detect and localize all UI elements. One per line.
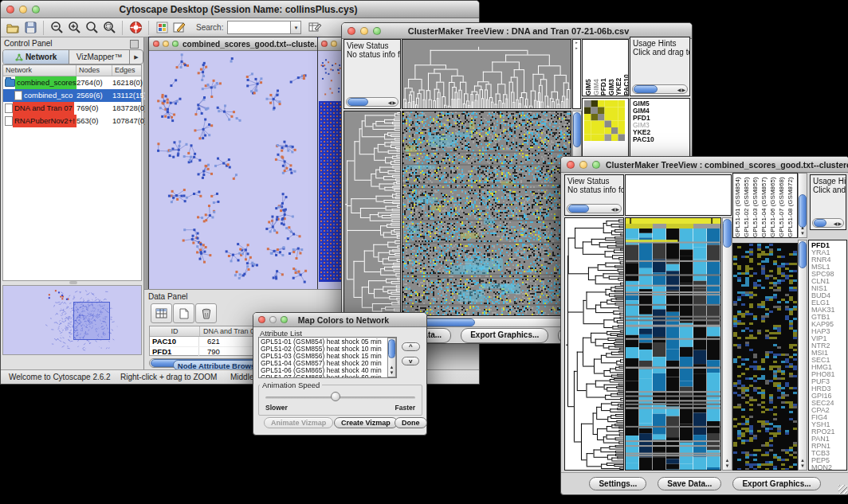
- attribute-table-icon[interactable]: [151, 303, 172, 323]
- new-attribute-icon[interactable]: [173, 303, 194, 323]
- attribute-list-item[interactable]: GPL51-07 (GSM868) heat shock 60 min: [259, 374, 396, 378]
- save-data-button[interactable]: Save Data...: [658, 477, 721, 490]
- minimize-button[interactable]: [163, 41, 169, 47]
- search-input[interactable]: ▼: [227, 21, 301, 34]
- tv1-column-label: PAC10: [623, 41, 630, 96]
- tv1-heatmap[interactable]: [402, 111, 571, 316]
- tv1-scroll-strip[interactable]: ▸▸: [572, 39, 581, 109]
- col-nodes[interactable]: Nodes: [77, 65, 112, 76]
- network-table-row[interactable]: combined_sco2569(6)13112(15): [3, 89, 141, 102]
- zoom-selected-icon[interactable]: [100, 19, 118, 37]
- tv2-usage-hscrollbar[interactable]: ◀▶: [812, 218, 844, 228]
- network-list: Network Nodes Edges combined_scores2764(…: [2, 64, 142, 281]
- tv2-collabel-vscrollbar[interactable]: ▲▼: [798, 173, 807, 238]
- network-table-row[interactable]: combined_scores2764(0)16218(0): [3, 76, 141, 89]
- network-overview[interactable]: [2, 285, 142, 355]
- tv2-gene-vscrollbar[interactable]: ▲▼: [798, 240, 807, 471]
- close-button[interactable]: [321, 41, 328, 47]
- col-network[interactable]: Network: [3, 65, 77, 76]
- tab-network[interactable]: Network: [3, 50, 69, 64]
- zoom-button[interactable]: [373, 27, 381, 35]
- data-panel-title: Data Panel: [148, 292, 187, 301]
- animate-vizmap-button[interactable]: Animate Vizmap: [264, 417, 333, 428]
- minimize-button[interactable]: [269, 316, 277, 323]
- minimize-button[interactable]: [19, 6, 27, 14]
- search-dropdown-arrow[interactable]: ▼: [290, 21, 301, 34]
- attribute-list-vscrollbar[interactable]: ▲▼: [387, 338, 396, 377]
- network-canvas-2[interactable]: [318, 51, 342, 288]
- tv1-row-dendrogram[interactable]: [344, 111, 401, 316]
- tv1-usage-hscrollbar[interactable]: ◀▶: [632, 84, 688, 94]
- treeview2-titlebar[interactable]: ClusterMaker TreeView : combined_scores_…: [561, 157, 848, 173]
- open-folder-icon[interactable]: [4, 19, 22, 37]
- tv1-column-label: GIM3: [608, 41, 615, 96]
- resize-grip[interactable]: [838, 485, 847, 494]
- move-up-button[interactable]: ^: [402, 342, 420, 351]
- zoom-button[interactable]: [592, 161, 600, 169]
- zoom-button[interactable]: [32, 6, 40, 14]
- speed-slider-thumb[interactable]: [331, 392, 340, 401]
- minimize-button[interactable]: [360, 27, 368, 35]
- search-label: Search:: [196, 23, 223, 32]
- file-icon: [14, 91, 22, 100]
- desktop: Cytoscape Desktop (Session Name: collins…: [0, 0, 848, 504]
- nodes-count: 2569(6): [77, 89, 112, 102]
- tv1-row-label: PAC10: [633, 136, 689, 143]
- close-button[interactable]: [347, 27, 355, 35]
- tv1-status-hscrollbar[interactable]: ◀▶: [346, 97, 398, 107]
- minimize-button[interactable]: [579, 161, 587, 169]
- zoom-in-icon[interactable]: [65, 19, 83, 37]
- done-button[interactable]: Done: [395, 417, 427, 428]
- tv1-column-dendrogram[interactable]: [402, 39, 571, 109]
- zoom-fit-icon[interactable]: [83, 19, 100, 37]
- tv2-status-hscrollbar[interactable]: ◀▶: [567, 204, 622, 213]
- network-window-title: combined_scores_good.txt--cluste...: [183, 40, 318, 49]
- help-lifesaver-icon[interactable]: [127, 19, 144, 37]
- zoom-button[interactable]: [172, 41, 179, 47]
- gene-label[interactable]: MON2: [811, 464, 846, 471]
- network-table-row[interactable]: DNA and Tran 07769(0)183728(0): [3, 102, 141, 115]
- tv2-heatmap-vscrollbar[interactable]: ▲▼: [722, 217, 732, 471]
- attribute-list[interactable]: GPL51-01 (GSM854) heat shock 05 minGPL51…: [258, 337, 397, 378]
- col-edges[interactable]: Edges: [112, 65, 141, 76]
- splitter-handle[interactable]: [69, 281, 77, 284]
- network-table-row[interactable]: RNAPuberNov2+!563(0)107847(0): [3, 115, 141, 127]
- tab-vizmapper[interactable]: VizMapper™: [69, 50, 130, 64]
- control-panel: Control Panel Network VizMapper™ ▶ Netwo…: [1, 37, 144, 369]
- float-panel-icon[interactable]: [130, 40, 139, 49]
- close-button[interactable]: [567, 161, 575, 169]
- close-button[interactable]: [258, 316, 265, 323]
- link-table-icon[interactable]: [306, 19, 324, 37]
- network-canvas[interactable]: [149, 51, 316, 288]
- close-button[interactable]: [6, 6, 14, 14]
- edges-count: 13112(15): [112, 89, 145, 102]
- annotation-icon[interactable]: [171, 19, 188, 37]
- tv2-zoom-heatmap[interactable]: [732, 243, 798, 471]
- settings-button[interactable]: Settings...: [589, 477, 646, 490]
- main-titlebar[interactable]: Cytoscape Desktop (Session Name: collins…: [1, 1, 479, 18]
- speed-slider-track[interactable]: [265, 397, 415, 399]
- col-id[interactable]: ID: [150, 326, 200, 336]
- tv2-row-dendrogram[interactable]: [564, 217, 624, 471]
- export-graphics-button[interactable]: Export Graphics...: [461, 328, 548, 343]
- tab-overflow-button[interactable]: ▶: [130, 50, 143, 64]
- tv2-top-pane: [625, 174, 732, 216]
- export-graphics-button[interactable]: Export Graphics...: [732, 477, 820, 490]
- create-vizmap-button[interactable]: Create Vizmap: [334, 417, 398, 428]
- dialog-titlebar[interactable]: Map Colors to Network: [253, 313, 426, 327]
- file-icon: [5, 116, 13, 126]
- vizmapper-grid-icon[interactable]: [153, 19, 171, 37]
- zoom-button[interactable]: [281, 316, 288, 323]
- tv2-heatmap[interactable]: [625, 217, 721, 471]
- trash-icon[interactable]: [195, 303, 217, 323]
- save-icon[interactable]: [22, 19, 39, 37]
- zoom-out-icon[interactable]: [48, 19, 65, 37]
- nodes-count: 2764(0): [77, 76, 112, 89]
- treeview-window-2: ClusterMaker TreeView : combined_scores_…: [560, 156, 848, 495]
- network-view-window-2: [317, 37, 344, 291]
- minimize-button[interactable]: [331, 41, 337, 47]
- network-window-titlebar[interactable]: combined_scores_good.txt--cluste...: [149, 37, 318, 51]
- move-down-button[interactable]: v: [402, 357, 419, 365]
- view-status-text: No status info for: [567, 186, 623, 194]
- close-button[interactable]: [153, 41, 159, 47]
